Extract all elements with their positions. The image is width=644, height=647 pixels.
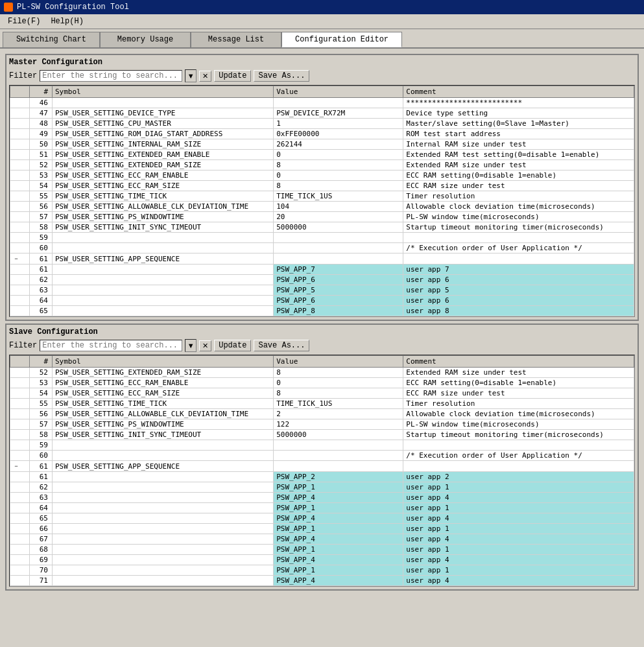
row-symbol [53,565,274,576]
expand-icon[interactable]: － [13,255,19,262]
row-comment: ECC RAM setting(0=disable 1=enable) [403,171,634,181]
master-table-wrapper: # Symbol Value Comment 46***************… [9,85,635,317]
row-num: 48 [30,119,53,129]
row-comment: PL-SW window time(microseconds) [403,419,634,430]
row-value[interactable]: PSW_APP_1 [274,503,403,513]
master-filter-input[interactable] [40,70,182,82]
row-num: 61 [30,461,53,472]
row-value[interactable]: PSW_APP_7 [274,265,403,275]
row-num: 60 [30,243,53,253]
row-comment: Startup timeout monitoring timer(microse… [403,430,634,440]
row-value[interactable]: PSW_APP_4 [274,493,403,503]
table-row: 52PSW_USER_SETTING_EXTENDED_RAM_SIZE8Ext… [10,160,634,171]
slave-update-button[interactable]: Update [214,340,251,351]
row-value[interactable]: PSW_APP_4 [274,555,403,565]
row-checkbox [10,482,30,493]
row-num: 53 [30,378,53,388]
master-filter-dropdown[interactable]: ▼ [185,69,197,82]
table-row: 60/* Execution order of User Application… [10,451,634,461]
row-checkbox [10,513,30,524]
row-value: 5000000 [274,222,403,233]
tab-configuration-editor[interactable]: Configuration Editor [281,32,402,47]
row-num: 61 [30,253,53,265]
row-symbol [53,534,274,545]
row-value [274,253,403,265]
row-comment: user app 1 [403,482,634,493]
row-value[interactable]: PSW_APP_8 [274,306,403,316]
row-value[interactable]: PSW_APP_1 [274,524,403,534]
table-row: 50PSW_USER_SETTING_INTERNAL_RAM_SIZE2621… [10,139,634,150]
row-comment: user app 4 [403,534,634,545]
slave-save-as-button[interactable]: Save As... [254,340,309,351]
file-menu[interactable]: File(F) [3,16,45,27]
row-symbol: PSW_USER_SETTING_PS_WINDOWTIME [53,212,274,222]
row-checkbox [10,181,30,191]
row-num: 70 [30,565,53,576]
row-symbol [53,296,274,306]
row-checkbox [10,524,30,534]
row-value[interactable]: PSW_APP_4 [274,576,403,586]
tab-message-list[interactable]: Message List [191,32,281,47]
row-checkbox [10,191,30,202]
row-checkbox [10,171,30,181]
row-value[interactable]: PSW_APP_4 [274,513,403,524]
slave-filter-clear[interactable]: ✕ [199,340,211,351]
row-value[interactable]: PSW_APP_6 [274,275,403,285]
row-value: 2 [274,409,403,419]
expand-icon[interactable]: － [13,462,19,469]
row-comment: user app 6 [403,275,634,285]
row-value[interactable]: PSW_APP_1 [274,482,403,493]
row-symbol: PSW_USER_SETTING_TIME_TICK [53,191,274,202]
row-comment: Extended RAM size under test [403,368,634,378]
row-comment: ECC RAM setting(0=disable 1=enable) [403,378,634,388]
row-checkbox [10,243,30,253]
tab-switching-chart[interactable]: Switching Chart [3,32,100,47]
row-comment: user app 5 [403,285,634,296]
table-row: 57PSW_USER_SETTING_PS_WINDOWTIME20PL-SW … [10,212,634,222]
row-value: PSW_DEVICE_RX72M [274,108,403,119]
slave-section-title: Slave Configuration [9,327,635,336]
row-checkbox [10,296,30,306]
row-value[interactable]: PSW_APP_1 [274,545,403,555]
slave-filter-dropdown[interactable]: ▼ [185,339,197,352]
row-comment [403,461,634,472]
master-filter-clear[interactable]: ✕ [199,71,211,82]
row-checkbox [10,440,30,451]
row-symbol [53,233,274,243]
table-row: 64PSW_APP_6user app 6 [10,296,634,306]
table-row: 65PSW_APP_4user app 4 [10,513,634,524]
row-value: 1 [274,119,403,129]
row-value[interactable]: PSW_APP_5 [274,285,403,296]
tab-memory-usage[interactable]: Memory Usage [100,32,191,47]
row-checkbox [10,409,30,419]
row-symbol: PSW_USER_SETTING_INIT_SYNC_TIMEOUT [53,430,274,440]
row-value[interactable]: PSW_APP_4 [274,534,403,545]
slave-filter-input[interactable] [40,340,182,351]
row-comment: ROM test start address [403,129,634,139]
row-num: 61 [30,265,53,275]
row-value: 0 [274,150,403,160]
row-checkbox [10,399,30,409]
help-menu[interactable]: Help(H) [45,16,88,27]
row-comment: Master/slave setting(0=Slave 1=Master) [403,119,634,129]
row-value: 262144 [274,139,403,150]
table-row: 63PSW_APP_5user app 5 [10,285,634,296]
row-value[interactable]: PSW_APP_1 [274,565,403,576]
row-checkbox [10,108,30,119]
master-update-button[interactable]: Update [214,70,251,82]
row-comment: user app 4 [403,493,634,503]
row-checkbox [10,119,30,129]
master-col-num: # [30,86,53,98]
row-value[interactable]: PSW_APP_2 [274,472,403,482]
row-comment: user app 4 [403,576,634,586]
row-num: 56 [30,202,53,212]
row-comment: ECC RAM size under test [403,181,634,191]
table-row: 60/* Execution order of User Application… [10,243,634,253]
row-symbol [53,482,274,493]
row-symbol [53,503,274,513]
row-value[interactable]: PSW_APP_6 [274,296,403,306]
row-num: 57 [30,419,53,430]
master-save-as-button[interactable]: Save As... [254,70,309,82]
slave-col-symbol: Symbol [53,356,274,368]
row-num: 57 [30,212,53,222]
